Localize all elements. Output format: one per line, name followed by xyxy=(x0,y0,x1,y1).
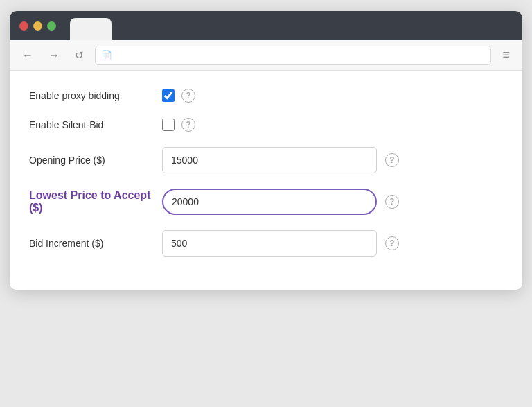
silent-bid-controls: ? xyxy=(162,118,195,132)
bid-increment-label: Bid Increment ($) xyxy=(29,238,154,249)
lowest-price-row: Lowest Price to Accept ($) ? xyxy=(29,189,503,215)
lowest-price-input[interactable] xyxy=(162,189,377,215)
tab-area xyxy=(62,11,513,40)
menu-button[interactable]: ≡ xyxy=(498,45,514,65)
opening-price-row: Opening Price ($) ? xyxy=(29,147,503,173)
silent-bid-label: Enable Silent-Bid xyxy=(29,119,154,130)
bid-increment-input[interactable] xyxy=(162,230,377,257)
proxy-bidding-checkbox[interactable] xyxy=(162,89,175,102)
title-bar xyxy=(10,11,522,40)
opening-price-help-icon[interactable]: ? xyxy=(385,153,399,167)
forward-button[interactable]: → xyxy=(44,47,64,64)
page-content: Enable proxy bidding ? Enable Silent-Bid… xyxy=(10,71,522,290)
address-bar: ← → ↺ 📄 ≡ xyxy=(10,40,522,71)
traffic-lights xyxy=(19,21,56,31)
proxy-bidding-row: Enable proxy bidding ? xyxy=(29,89,503,103)
close-button[interactable] xyxy=(19,21,28,31)
minimize-button[interactable] xyxy=(33,21,42,31)
bid-increment-row: Bid Increment ($) ? xyxy=(29,230,503,257)
bid-increment-help-icon[interactable]: ? xyxy=(385,236,399,250)
proxy-bidding-label: Enable proxy bidding xyxy=(29,90,154,101)
opening-price-input[interactable] xyxy=(162,147,377,173)
browser-tab[interactable] xyxy=(70,18,112,40)
maximize-button[interactable] xyxy=(47,21,56,31)
silent-bid-help-icon[interactable]: ? xyxy=(181,118,195,132)
silent-bid-row: Enable Silent-Bid ? xyxy=(29,118,503,132)
browser-window: ← → ↺ 📄 ≡ Enable proxy bidding ? Enable … xyxy=(10,11,522,290)
proxy-bidding-controls: ? xyxy=(162,89,195,103)
lowest-price-help-icon[interactable]: ? xyxy=(385,195,399,209)
refresh-button[interactable]: ↺ xyxy=(71,47,88,63)
proxy-bidding-help-icon[interactable]: ? xyxy=(181,89,195,103)
opening-price-label: Opening Price ($) xyxy=(29,155,154,166)
silent-bid-checkbox[interactable] xyxy=(162,119,175,131)
lowest-price-label: Lowest Price to Accept ($) xyxy=(29,189,154,214)
page-icon: 📄 xyxy=(101,50,112,60)
back-button[interactable]: ← xyxy=(18,47,37,64)
url-bar: 📄 xyxy=(95,46,491,65)
